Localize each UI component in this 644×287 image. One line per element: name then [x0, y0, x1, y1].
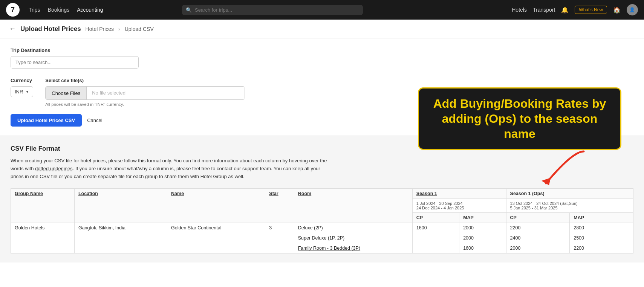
dotted-underline-ref: dotted underlines — [35, 166, 73, 171]
td-name: Golden Star Continental — [167, 223, 265, 253]
th-room: Room — [294, 188, 412, 223]
td-s1ops-cp: 2000 — [506, 243, 570, 253]
chevron-down-icon: ▼ — [25, 90, 29, 94]
callout-box: Add Buying/Booking Rates by adding (Ops)… — [418, 87, 621, 150]
th-location: Location — [74, 188, 167, 223]
nav-links: Trips Bookings Accounting — [29, 7, 103, 13]
nav-accounting[interactable]: Accounting — [77, 7, 103, 13]
currency-label: Currency — [11, 78, 33, 83]
td-s1-cp — [412, 243, 459, 253]
trip-destinations-section: Trip Destinations — [11, 47, 633, 69]
file-input-wrapper: Choose Files No file selected — [45, 86, 245, 100]
th-name: Name — [167, 188, 265, 223]
breadcrumb-hotel-prices[interactable]: Hotel Prices — [86, 26, 114, 32]
td-room: Super Deluxe (1P, 2P) — [294, 233, 412, 243]
th-s1-map: MAP — [459, 212, 506, 223]
table-row: Golden Hotels Gangtok, Sikkim, India Gol… — [11, 223, 633, 233]
td-s1ops-map: 2200 — [570, 243, 633, 253]
td-location: Gangtok, Sikkim, India — [74, 223, 167, 253]
td-s1ops-map: 2500 — [570, 233, 633, 243]
breadcrumb-upload-csv: Upload CSV — [125, 26, 154, 32]
file-name-display: No file selected — [87, 87, 245, 99]
callout-overlay: Add Buying/Booking Rates by adding (Ops)… — [418, 87, 621, 193]
csv-description: When creating your CSV file for hotel pr… — [11, 157, 331, 180]
app-logo[interactable]: 7 — [6, 3, 20, 17]
price-table: Group Name Location Name Star Room Seaso… — [11, 188, 633, 253]
currency-note: All prices will be saved in "INR" curren… — [45, 102, 245, 107]
season1ops-dates: 13 Oct 2024 - 24 Oct 2024 (Sat,Sun) 5 Ja… — [506, 198, 633, 212]
select-csv-label: Select csv file(s) — [45, 78, 245, 83]
td-room: Deluxe (2P) — [294, 223, 412, 233]
search-icon: 🔍 — [186, 7, 192, 13]
td-s1ops-map: 2800 — [570, 223, 633, 233]
nav-right: Hotels Transport 🔔 What's New 🏠 👤 — [512, 4, 638, 15]
notification-icon[interactable]: 🔔 — [561, 6, 569, 14]
breadcrumb-separator: › — [118, 26, 120, 32]
td-s1-cp — [412, 233, 459, 243]
avatar[interactable]: 👤 — [627, 4, 638, 15]
td-s1ops-cp: 2400 — [506, 233, 570, 243]
breadcrumb-bar: ← Upload Hotel Prices Hotel Prices › Upl… — [0, 20, 644, 38]
season1-dates: 1 Jul 2024 - 30 Sep 2024 24 Dec 2024 - 4… — [412, 198, 506, 212]
select-csv-section: Select csv file(s) Choose Files No file … — [45, 78, 245, 107]
td-s1-cp: 1600 — [412, 223, 459, 233]
td-group: Golden Hotels — [11, 223, 75, 253]
nav-trips[interactable]: Trips — [29, 7, 40, 13]
upload-button[interactable]: Upload Hotel Prices CSV — [11, 114, 82, 127]
td-s1ops-cp: 2200 — [506, 223, 570, 233]
search-bar[interactable]: 🔍 — [182, 5, 363, 15]
currency-value: INR — [15, 89, 23, 95]
home-icon[interactable]: 🏠 — [613, 6, 621, 14]
td-star: 3 — [265, 223, 294, 253]
callout-text: Add Buying/Booking Rates by adding (Ops)… — [430, 96, 610, 141]
trip-dest-input[interactable] — [11, 56, 139, 69]
choose-files-button[interactable]: Choose Files — [46, 87, 87, 99]
td-room: Family Room - 3 Bedded (3P) — [294, 243, 412, 253]
page-title: Upload Hotel Prices — [20, 25, 81, 33]
cancel-button[interactable]: Cancel — [87, 118, 102, 123]
back-button[interactable]: ← — [9, 25, 16, 33]
arrow-icon — [418, 148, 621, 193]
currency-select[interactable]: INR ▼ — [11, 86, 33, 97]
search-input[interactable] — [195, 5, 359, 15]
th-star: Star — [265, 188, 294, 223]
th-s1ops-cp: CP — [506, 212, 570, 223]
td-s1-map: 1600 — [459, 243, 506, 253]
nav-transport[interactable]: Transport — [533, 7, 555, 13]
trip-dest-label: Trip Destinations — [11, 47, 633, 53]
nav-hotels[interactable]: Hotels — [512, 7, 527, 13]
th-group-name: Group Name — [11, 188, 75, 223]
th-s1ops-map: MAP — [570, 212, 633, 223]
currency-section: Currency INR ▼ — [11, 78, 33, 97]
whats-new-button[interactable]: What's New — [575, 6, 607, 14]
navbar: 7 Trips Bookings Accounting 🔍 Hotels Tra… — [0, 0, 644, 20]
nav-bookings[interactable]: Bookings — [48, 7, 70, 13]
td-s1-map: 2000 — [459, 233, 506, 243]
th-s1-cp: CP — [412, 212, 459, 223]
td-s1-map: 2000 — [459, 223, 506, 233]
